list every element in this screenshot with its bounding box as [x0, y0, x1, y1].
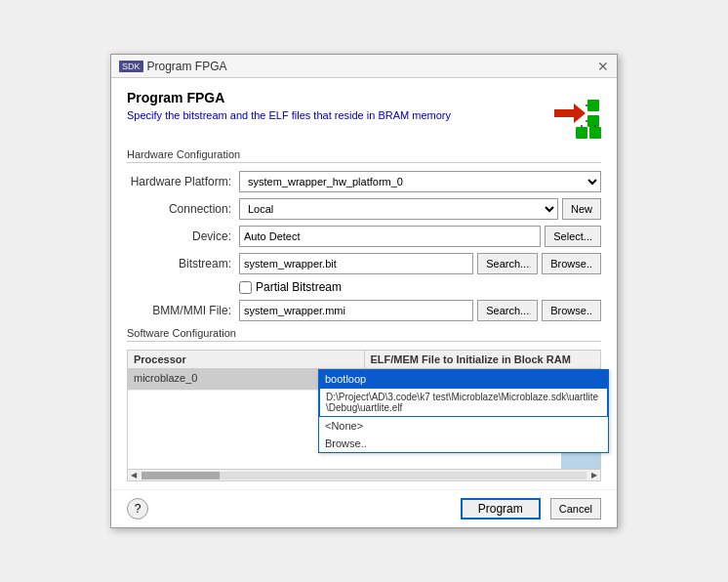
- title-bar-left: SDK Program FPGA: [119, 60, 227, 73]
- dropdown-item-browse[interactable]: Browse..: [319, 435, 608, 452]
- dialog-header: Program FPGA Specify the bitstream and t…: [111, 78, 617, 148]
- device-row: Device: Select...: [127, 226, 601, 247]
- device-input[interactable]: [239, 226, 541, 247]
- subtitle-pre: Specify the bitstream and the ELF files …: [127, 109, 375, 121]
- svg-rect-5: [576, 127, 587, 139]
- partial-checkbox[interactable]: [239, 281, 252, 294]
- bmm-label: BMM/MMI File:: [127, 304, 239, 317]
- subtitle-post: memory: [412, 109, 451, 121]
- connection-label: Connection:: [127, 202, 239, 216]
- platform-row: Hardware Platform: system_wrapper_hw_pla…: [127, 171, 601, 192]
- svg-rect-1: [587, 100, 599, 111]
- subtitle-highlight: BRAM: [378, 109, 409, 121]
- col-processor: Processor: [128, 351, 365, 368]
- bmm-row: BMM/MMI File: Search... Browse..: [127, 300, 601, 321]
- help-button[interactable]: ?: [127, 498, 148, 520]
- scroll-track: [142, 472, 586, 479]
- dialog-subtitle: Specify the bitstream and the ELF files …: [127, 109, 550, 121]
- sdk-badge: SDK: [119, 61, 143, 72]
- table-row[interactable]: microblaze_0 bootloop ▼ bootloop D:\Proj…: [128, 369, 600, 391]
- dropdown-item-elf[interactable]: D:\Project\AD\3.code\k7 test\Microblaze\…: [319, 388, 608, 417]
- svg-rect-2: [587, 115, 599, 127]
- dropdown-item-bootloop[interactable]: bootloop: [319, 370, 608, 388]
- close-button[interactable]: ✕: [597, 60, 609, 73]
- col-elf: ELF/MEM File to Initialize in Block RAM: [365, 351, 601, 368]
- bmm-input[interactable]: [239, 300, 473, 321]
- fpga-icon: [550, 90, 601, 141]
- connection-row: Connection: Local New: [127, 198, 601, 220]
- svg-marker-0: [554, 104, 586, 123]
- svg-rect-6: [589, 127, 601, 139]
- new-button[interactable]: New: [562, 198, 601, 220]
- device-label: Device:: [127, 229, 239, 243]
- dialog-title: Program FPGA: [127, 90, 550, 105]
- footer-right: Program Cancel: [457, 498, 601, 520]
- bitstream-row: Bitstream: Search... Browse..: [127, 253, 601, 274]
- scroll-left-arrow[interactable]: ◀: [128, 470, 140, 481]
- partial-label: Partial Bitstream: [256, 280, 342, 294]
- software-section-label: Software Configuration: [127, 327, 601, 342]
- dialog-body: Hardware Configuration Hardware Platform…: [111, 148, 617, 489]
- horizontal-scrollbar[interactable]: ◀ ▶: [128, 469, 600, 480]
- hardware-section-label: Hardware Configuration: [127, 148, 601, 163]
- bmm-search-button[interactable]: Search...: [477, 300, 538, 321]
- bitstream-search-button[interactable]: Search...: [477, 253, 538, 274]
- dialog-header-text: Program FPGA Specify the bitstream and t…: [127, 90, 550, 121]
- title-bar-title: Program FPGA: [147, 60, 227, 73]
- bmm-browse-button[interactable]: Browse..: [542, 300, 601, 321]
- scroll-thumb[interactable]: [142, 472, 220, 479]
- dropdown-popup: bootloop D:\Project\AD\3.code\k7 test\Mi…: [318, 369, 609, 453]
- dropdown-item-none[interactable]: <None>: [319, 417, 608, 435]
- bitstream-label: Bitstream:: [127, 257, 239, 270]
- platform-label: Hardware Platform:: [127, 175, 239, 188]
- scroll-right-arrow[interactable]: ▶: [588, 470, 600, 481]
- bitstream-input[interactable]: [239, 253, 473, 274]
- connection-select[interactable]: Local: [239, 198, 558, 220]
- software-section: Software Configuration Processor ELF/MEM…: [127, 327, 601, 481]
- dialog-footer: ? Program Cancel: [111, 489, 617, 527]
- table-header: Processor ELF/MEM File to Initialize in …: [128, 351, 600, 369]
- bitstream-browse-button[interactable]: Browse..: [542, 253, 601, 274]
- program-button[interactable]: Program: [461, 498, 541, 520]
- cancel-button[interactable]: Cancel: [550, 498, 601, 520]
- select-button[interactable]: Select...: [545, 226, 601, 247]
- software-table: Processor ELF/MEM File to Initialize in …: [127, 350, 601, 481]
- platform-select[interactable]: system_wrapper_hw_platform_0: [239, 171, 601, 192]
- partial-bitstream-row: Partial Bitstream: [239, 280, 601, 294]
- program-fpga-dialog: SDK Program FPGA ✕ Program FPGA Specify …: [110, 54, 618, 528]
- title-bar: SDK Program FPGA ✕: [111, 55, 617, 78]
